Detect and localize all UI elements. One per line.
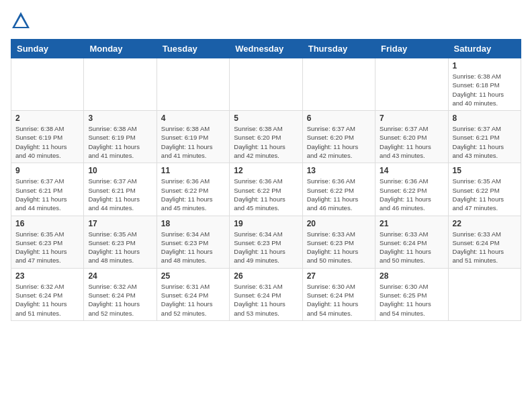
day-info: Sunrise: 6:38 AMSunset: 6:20 PMDaylight:… — [234, 124, 298, 160]
calendar-table: SundayMondayTuesdayWednesdayThursdayFrid… — [11, 39, 521, 321]
calendar-week-row: 9Sunrise: 6:37 AMSunset: 6:21 PMDaylight… — [11, 163, 521, 216]
day-info: Sunrise: 6:36 AMSunset: 6:22 PMDaylight:… — [380, 177, 443, 212]
calendar-cell: 27Sunrise: 6:30 AMSunset: 6:24 PMDayligh… — [302, 268, 375, 320]
day-info: Sunrise: 6:35 AMSunset: 6:23 PMDaylight:… — [88, 230, 152, 265]
weekday-header-sunday: Sunday — [11, 40, 84, 58]
calendar-cell: 2Sunrise: 6:38 AMSunset: 6:19 PMDaylight… — [11, 111, 84, 163]
calendar-cell: 7Sunrise: 6:37 AMSunset: 6:20 PMDaylight… — [375, 111, 448, 163]
day-number: 13 — [307, 166, 371, 175]
calendar-cell — [230, 58, 302, 111]
day-number: 26 — [234, 271, 298, 281]
day-number: 12 — [234, 166, 298, 175]
day-number: 2 — [15, 113, 79, 123]
calendar-week-row: 2Sunrise: 6:38 AMSunset: 6:19 PMDaylight… — [11, 111, 521, 163]
day-number: 1 — [453, 61, 517, 71]
day-info: Sunrise: 6:32 AMSunset: 6:24 PMDaylight:… — [15, 282, 79, 318]
calendar-cell: 23Sunrise: 6:32 AMSunset: 6:24 PMDayligh… — [11, 268, 84, 320]
day-info: Sunrise: 6:33 AMSunset: 6:24 PMDaylight:… — [453, 230, 517, 265]
day-info: Sunrise: 6:35 AMSunset: 6:23 PMDaylight:… — [15, 230, 79, 265]
calendar-cell: 5Sunrise: 6:38 AMSunset: 6:20 PMDaylight… — [230, 111, 302, 163]
calendar-cell: 12Sunrise: 6:36 AMSunset: 6:22 PMDayligh… — [230, 163, 302, 216]
day-number: 28 — [380, 271, 443, 281]
day-number: 8 — [453, 113, 517, 123]
day-number: 20 — [307, 219, 371, 228]
calendar-cell: 22Sunrise: 6:33 AMSunset: 6:24 PMDayligh… — [448, 216, 521, 268]
day-info: Sunrise: 6:35 AMSunset: 6:22 PMDaylight:… — [453, 177, 517, 212]
day-info: Sunrise: 6:36 AMSunset: 6:22 PMDaylight:… — [234, 177, 298, 212]
calendar-cell — [302, 58, 375, 111]
day-number: 14 — [380, 166, 443, 175]
day-info: Sunrise: 6:38 AMSunset: 6:18 PMDaylight:… — [453, 72, 517, 107]
weekday-header-tuesday: Tuesday — [157, 40, 229, 58]
calendar-cell — [375, 58, 448, 111]
calendar-cell: 6Sunrise: 6:37 AMSunset: 6:20 PMDaylight… — [302, 111, 375, 163]
calendar-cell: 9Sunrise: 6:37 AMSunset: 6:21 PMDaylight… — [11, 163, 84, 216]
day-info: Sunrise: 6:37 AMSunset: 6:20 PMDaylight:… — [380, 124, 443, 160]
day-number: 22 — [453, 219, 517, 228]
day-number: 24 — [88, 271, 152, 281]
calendar-cell: 10Sunrise: 6:37 AMSunset: 6:21 PMDayligh… — [84, 163, 157, 216]
day-number: 4 — [161, 113, 225, 123]
day-info: Sunrise: 6:36 AMSunset: 6:22 PMDaylight:… — [307, 177, 371, 212]
day-info: Sunrise: 6:38 AMSunset: 6:19 PMDaylight:… — [15, 124, 79, 160]
weekday-header-saturday: Saturday — [448, 40, 521, 58]
calendar-cell — [11, 58, 84, 111]
calendar-cell: 24Sunrise: 6:32 AMSunset: 6:24 PMDayligh… — [84, 268, 157, 320]
calendar-cell: 11Sunrise: 6:36 AMSunset: 6:22 PMDayligh… — [157, 163, 229, 216]
day-info: Sunrise: 6:33 AMSunset: 6:23 PMDaylight:… — [307, 230, 371, 265]
day-info: Sunrise: 6:33 AMSunset: 6:24 PMDaylight:… — [380, 230, 443, 265]
day-number: 19 — [234, 219, 298, 228]
day-info: Sunrise: 6:36 AMSunset: 6:22 PMDaylight:… — [161, 177, 225, 212]
calendar-week-row: 1Sunrise: 6:38 AMSunset: 6:18 PMDaylight… — [11, 58, 521, 111]
calendar-cell: 8Sunrise: 6:37 AMSunset: 6:21 PMDaylight… — [448, 111, 521, 163]
day-number: 10 — [88, 166, 152, 175]
calendar-cell: 17Sunrise: 6:35 AMSunset: 6:23 PMDayligh… — [84, 216, 157, 268]
calendar-cell: 20Sunrise: 6:33 AMSunset: 6:23 PMDayligh… — [302, 216, 375, 268]
day-info: Sunrise: 6:38 AMSunset: 6:19 PMDaylight:… — [88, 124, 152, 160]
day-info: Sunrise: 6:37 AMSunset: 6:20 PMDaylight:… — [307, 124, 371, 160]
calendar-cell: 4Sunrise: 6:38 AMSunset: 6:19 PMDaylight… — [157, 111, 229, 163]
day-info: Sunrise: 6:34 AMSunset: 6:23 PMDaylight:… — [161, 230, 225, 265]
calendar-cell: 28Sunrise: 6:30 AMSunset: 6:25 PMDayligh… — [375, 268, 448, 320]
calendar-cell: 15Sunrise: 6:35 AMSunset: 6:22 PMDayligh… — [448, 163, 521, 216]
calendar-cell: 19Sunrise: 6:34 AMSunset: 6:23 PMDayligh… — [230, 216, 302, 268]
day-number: 17 — [88, 219, 152, 228]
calendar-cell: 14Sunrise: 6:36 AMSunset: 6:22 PMDayligh… — [375, 163, 448, 216]
day-info: Sunrise: 6:37 AMSunset: 6:21 PMDaylight:… — [15, 177, 79, 212]
day-info: Sunrise: 6:34 AMSunset: 6:23 PMDaylight:… — [234, 230, 298, 265]
weekday-header-thursday: Thursday — [302, 40, 375, 58]
day-info: Sunrise: 6:31 AMSunset: 6:24 PMDaylight:… — [234, 282, 298, 318]
calendar-week-row: 16Sunrise: 6:35 AMSunset: 6:23 PMDayligh… — [11, 216, 521, 268]
day-number: 5 — [234, 113, 298, 123]
day-number: 25 — [161, 271, 225, 281]
day-info: Sunrise: 6:32 AMSunset: 6:24 PMDaylight:… — [88, 282, 152, 318]
calendar-cell — [84, 58, 157, 111]
day-info: Sunrise: 6:37 AMSunset: 6:21 PMDaylight:… — [88, 177, 152, 212]
day-info: Sunrise: 6:38 AMSunset: 6:19 PMDaylight:… — [161, 124, 225, 160]
calendar-cell: 21Sunrise: 6:33 AMSunset: 6:24 PMDayligh… — [375, 216, 448, 268]
day-info: Sunrise: 6:30 AMSunset: 6:24 PMDaylight:… — [307, 282, 371, 318]
calendar-cell: 26Sunrise: 6:31 AMSunset: 6:24 PMDayligh… — [230, 268, 302, 320]
day-number: 9 — [15, 166, 79, 175]
day-number: 7 — [380, 113, 443, 123]
calendar-week-row: 23Sunrise: 6:32 AMSunset: 6:24 PMDayligh… — [11, 268, 521, 320]
calendar-cell: 3Sunrise: 6:38 AMSunset: 6:19 PMDaylight… — [84, 111, 157, 163]
calendar-cell: 1Sunrise: 6:38 AMSunset: 6:18 PMDaylight… — [448, 58, 521, 111]
day-number: 21 — [380, 219, 443, 228]
calendar-cell: 18Sunrise: 6:34 AMSunset: 6:23 PMDayligh… — [157, 216, 229, 268]
logo — [11, 11, 34, 31]
day-info: Sunrise: 6:31 AMSunset: 6:24 PMDaylight:… — [161, 282, 225, 318]
calendar-cell: 25Sunrise: 6:31 AMSunset: 6:24 PMDayligh… — [157, 268, 229, 320]
calendar-cell: 16Sunrise: 6:35 AMSunset: 6:23 PMDayligh… — [11, 216, 84, 268]
day-number: 16 — [15, 219, 79, 228]
day-number: 3 — [88, 113, 152, 123]
header — [11, 11, 521, 31]
weekday-header-wednesday: Wednesday — [230, 40, 302, 58]
day-number: 6 — [307, 113, 371, 123]
logo-icon — [11, 11, 31, 31]
weekday-header-monday: Monday — [84, 40, 157, 58]
day-number: 18 — [161, 219, 225, 228]
calendar-cell: 13Sunrise: 6:36 AMSunset: 6:22 PMDayligh… — [302, 163, 375, 216]
calendar-cell — [448, 268, 521, 320]
weekday-header-row: SundayMondayTuesdayWednesdayThursdayFrid… — [11, 40, 521, 58]
